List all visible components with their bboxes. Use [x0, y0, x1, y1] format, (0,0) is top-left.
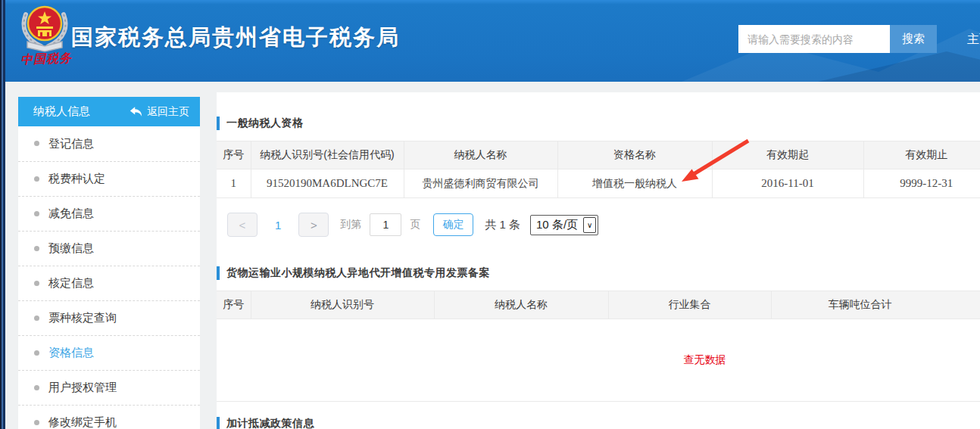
col-seq: 序号	[217, 141, 251, 169]
cell-seq: 1	[217, 169, 251, 198]
col-seq: 序号	[217, 291, 251, 319]
section-title-freight-filing: 货物运输业小规模纳税人异地代开增值税专用发票备案	[217, 266, 490, 280]
col-qualification-name: 资格名称	[557, 141, 712, 169]
top-header: 中国税务 国家税务总局贵州省电子税务局 搜索 主页	[0, 0, 980, 82]
page-unit-label: 页	[410, 218, 420, 232]
col-taxpayer-id: 纳税人识别号(社会信用代码)	[251, 141, 404, 169]
sidebar-item-prepayment-info[interactable]: 预缴信息	[18, 231, 200, 266]
sidebar-item-qualification-info[interactable]: 资格信息	[18, 335, 200, 370]
page-size-select[interactable]: 10 条/页 ∨	[530, 215, 598, 235]
total-count-label: 共 1 条	[485, 218, 520, 232]
freight-filing-table: 序号 纳税人识别号 纳税人名称 行业集合 车辆吨位合计	[217, 291, 980, 319]
sidebar-item-invoice-type-query[interactable]: 票种核定查询	[18, 300, 200, 335]
cell-valid-from: 2016-11-01	[712, 169, 863, 198]
table-header-row: 序号 纳税人识别号 纳税人名称 行业集合 车辆吨位合计	[217, 291, 980, 319]
next-page-button[interactable]: >	[298, 213, 329, 237]
prev-page-button[interactable]: <	[227, 213, 257, 237]
sidebar-nav: 纳税人信息 返回主页 登记信息 税费种认定 减免信息 预缴信息 核定信息 票种核…	[18, 97, 200, 429]
section-title-deduction-policy: 加计抵减政策信息	[217, 417, 314, 429]
window-edge-strip	[0, 0, 5, 429]
back-to-home-link[interactable]: 返回主页	[130, 105, 189, 119]
table-header-row: 序号 纳税人识别号(社会信用代码) 纳税人名称 资格名称 有效期起 有效期止	[217, 141, 980, 169]
cell-taxpayer-name: 贵州盛德利商贸有限公司	[404, 169, 557, 198]
back-to-home-label: 返回主页	[147, 105, 189, 119]
col-taxpayer-name: 纳税人名称	[404, 141, 557, 169]
section-bar	[217, 117, 220, 130]
col-industry-set: 行业集合	[608, 291, 771, 319]
cell-taxpayer-id: 91520190MA6DLNGC7E	[251, 169, 404, 198]
no-data-row: 查无数据	[217, 319, 980, 402]
pagination-bar: < 1 > 到第 页 确定 共 1 条 10 条/页 ∨	[227, 213, 598, 237]
emblem-caption: 中国税务	[17, 51, 76, 69]
col-valid-from: 有效期起	[712, 141, 863, 169]
search-button[interactable]: 搜索	[890, 25, 937, 53]
col-vehicle-tonnage: 车辆吨位合计	[771, 291, 980, 319]
home-link[interactable]: 主页	[967, 32, 980, 48]
section-bar	[217, 266, 220, 280]
sidebar-title: 纳税人信息	[33, 104, 90, 119]
col-taxpayer-name: 纳税人名称	[434, 291, 608, 319]
sidebar-item-change-bound-phone[interactable]: 修改绑定手机	[18, 405, 200, 429]
sidebar-item-verification-info[interactable]: 核定信息	[18, 266, 200, 300]
tax-emblem-logo	[18, 4, 71, 54]
main-content-panel: 一般纳税人资格 序号 纳税人识别号(社会信用代码) 纳税人名称 资格名称 有效期…	[217, 92, 980, 429]
page-size-value: 10 条/页	[531, 218, 582, 232]
sidebar-item-user-authorization[interactable]: 用户授权管理	[18, 370, 200, 405]
reply-arrow-icon	[130, 106, 142, 117]
sidebar-item-tax-type-determination[interactable]: 税费种认定	[18, 161, 200, 196]
col-taxpayer-id: 纳税人识别号	[251, 291, 434, 319]
table-row: 1 91520190MA6DLNGC7E 贵州盛德利商贸有限公司 增值税一般纳税…	[217, 169, 980, 198]
no-data-text: 查无数据	[684, 353, 726, 367]
cell-qualification-name: 增值税一般纳税人	[557, 169, 712, 198]
current-page-number[interactable]: 1	[275, 219, 281, 232]
sidebar-item-registration-info[interactable]: 登记信息	[18, 126, 200, 161]
sidebar-item-reduction-info[interactable]: 减免信息	[18, 196, 200, 231]
col-valid-to: 有效期止	[863, 141, 980, 169]
search-input[interactable]	[738, 25, 890, 53]
site-title: 国家税务总局贵州省电子税务局	[71, 23, 400, 53]
general-taxpayer-table: 序号 纳税人识别号(社会信用代码) 纳税人名称 资格名称 有效期起 有效期止 1…	[217, 141, 980, 198]
confirm-page-button[interactable]: 确定	[433, 213, 473, 236]
section-title-general-taxpayer: 一般纳税人资格	[217, 117, 304, 130]
goto-page-label: 到第	[340, 218, 361, 232]
chevron-down-icon: ∨	[583, 217, 596, 233]
section-bar	[217, 417, 220, 429]
sidebar-header: 纳税人信息 返回主页	[18, 97, 200, 126]
page-number-input[interactable]	[370, 213, 401, 236]
cell-valid-to: 9999-12-31	[863, 169, 980, 198]
